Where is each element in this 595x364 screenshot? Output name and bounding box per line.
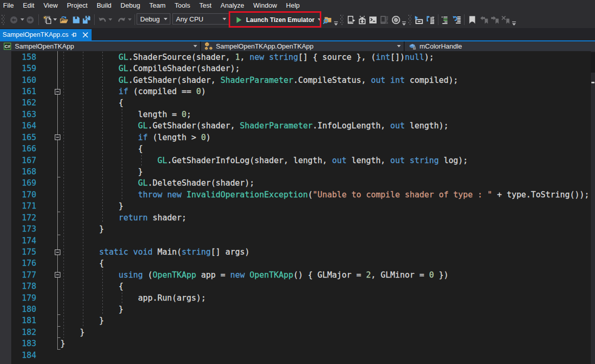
save-all-button[interactable] xyxy=(82,11,91,28)
line-number[interactable]: 183 xyxy=(0,338,36,349)
line-number[interactable]: 166 xyxy=(0,143,36,154)
line-number[interactable]: 171 xyxy=(0,200,36,212)
open-file-button[interactable] xyxy=(59,11,69,28)
device-properties-button[interactable] xyxy=(380,11,389,28)
line-number[interactable]: 159 xyxy=(0,63,36,74)
line-number[interactable]: 164 xyxy=(0,120,36,131)
line-number[interactable]: 160 xyxy=(0,75,36,86)
line-number[interactable]: 182 xyxy=(0,327,36,338)
terminal-button[interactable] xyxy=(368,11,378,28)
code-line-170[interactable]: 170 throw new InvalidOperationException(… xyxy=(0,189,591,200)
menu-team[interactable]: Team xyxy=(145,0,170,11)
solution-configuration-combo[interactable]: Debug xyxy=(137,13,170,25)
code-line-179[interactable]: 179 app.Run(args); xyxy=(0,292,591,304)
toolbar-grip[interactable] xyxy=(408,15,411,25)
menu-project[interactable]: Project xyxy=(62,0,92,11)
line-number[interactable]: 174 xyxy=(0,235,36,246)
code-editor[interactable]: 158 GL.ShaderSource(shader, 1, new strin… xyxy=(0,51,595,364)
toolbar-grip[interactable] xyxy=(340,15,343,25)
navigate-backward-button[interactable] xyxy=(10,11,18,28)
launch-tizen-emulator-button[interactable]: Launch Tizen Emulator xyxy=(235,11,322,28)
close-tab-button[interactable] xyxy=(79,31,92,39)
menu-edit[interactable]: Edit xyxy=(18,0,39,11)
next-bookmark-button[interactable] xyxy=(491,11,500,28)
menu-build[interactable]: Build xyxy=(92,0,116,11)
nav-type-dropdown[interactable]: SampelOpenTKApp.OpenTKApp xyxy=(201,41,404,52)
line-number[interactable]: 180 xyxy=(0,304,36,315)
redo-button[interactable] xyxy=(117,11,126,28)
line-number[interactable]: 172 xyxy=(0,212,36,223)
line-number[interactable]: 184 xyxy=(0,350,36,361)
code-line-158[interactable]: 158 GL.ShaderSource(shader, 1, new strin… xyxy=(0,52,591,63)
code-line-165[interactable]: 165 if (length > 0) xyxy=(0,132,591,143)
navigate-backward-dropdown[interactable] xyxy=(20,11,25,28)
code-line-163[interactable]: 163 length = 0; xyxy=(0,109,591,120)
menu-file[interactable]: File xyxy=(0,0,18,11)
new-file-button[interactable] xyxy=(43,11,52,28)
line-number[interactable]: 167 xyxy=(0,155,36,166)
code-line-159[interactable]: 159 GL.CompileShader(shader); xyxy=(0,63,591,74)
clear-bookmarks-button[interactable] xyxy=(501,11,511,28)
menu-tools[interactable]: Tools xyxy=(170,0,194,11)
menu-debug[interactable]: Debug xyxy=(116,0,145,11)
line-number[interactable]: 165 xyxy=(0,132,36,143)
undo-button[interactable] xyxy=(98,11,107,28)
code-line-181[interactable]: 181 } xyxy=(0,315,591,326)
menu-view[interactable]: View xyxy=(39,0,62,11)
combo-dropdown[interactable] xyxy=(162,14,170,24)
undo-dropdown[interactable] xyxy=(108,11,113,28)
code-line-178[interactable]: 178 { xyxy=(0,281,591,292)
line-number[interactable]: 176 xyxy=(0,258,36,269)
code-line-166[interactable]: 166 { xyxy=(0,143,591,154)
code-line-177[interactable]: 177 using (OpenTKApp app = new OpenTKApp… xyxy=(0,269,591,281)
save-button[interactable] xyxy=(72,11,80,28)
code-line-164[interactable]: 164 GL.GetShader(shader, ShaderParameter… xyxy=(0,120,591,131)
code-line-168[interactable]: 168 } xyxy=(0,166,591,177)
vertical-scrollbar[interactable] xyxy=(591,51,595,364)
line-number[interactable]: 181 xyxy=(0,315,36,326)
launch-on-device-button[interactable] xyxy=(347,11,356,28)
code-line-174[interactable]: 174 xyxy=(0,235,591,246)
solution-platform-combo[interactable]: Any CPU xyxy=(172,13,229,25)
line-number[interactable]: 163 xyxy=(0,109,36,120)
code-line-161[interactable]: 161 if (compiled == 0) xyxy=(0,86,591,97)
combo-dropdown[interactable] xyxy=(221,14,229,24)
line-number[interactable]: 175 xyxy=(0,246,36,258)
code-line-175[interactable]: 175 static void Main(string[] args) xyxy=(0,246,591,258)
pin-tab-button[interactable] xyxy=(69,31,79,39)
line-number[interactable]: 173 xyxy=(0,223,36,235)
line-number[interactable]: 178 xyxy=(0,281,36,292)
code-line-162[interactable]: 162 { xyxy=(0,97,591,108)
line-number[interactable]: 158 xyxy=(0,52,36,63)
android-device-button[interactable] xyxy=(358,11,367,28)
code-line-176[interactable]: 176 { xyxy=(0,258,591,269)
line-number[interactable]: 162 xyxy=(0,97,36,108)
code-line-184[interactable]: 184 xyxy=(0,350,591,361)
new-file-dropdown[interactable] xyxy=(53,11,57,28)
code-line-169[interactable]: 169 GL.DeleteShader(shader); xyxy=(0,177,591,189)
code-line-180[interactable]: 180 } xyxy=(0,304,591,315)
scrollbar-thumb[interactable] xyxy=(591,52,595,73)
code-line-182[interactable]: 182 } xyxy=(0,327,591,338)
emulator-manager-button[interactable] xyxy=(391,11,401,28)
line-number[interactable]: 177 xyxy=(0,269,36,281)
menu-test[interactable]: Test xyxy=(195,0,216,11)
code-line-167[interactable]: 167 GL.GetShaderInfoLog(shader, length, … xyxy=(0,155,591,166)
menu-window[interactable]: Window xyxy=(249,0,281,11)
menu-help[interactable]: Help xyxy=(281,0,304,11)
nav-member-dropdown[interactable]: mColorHandle xyxy=(405,41,595,52)
navigate-forward-button[interactable] xyxy=(26,11,34,28)
code-line-172[interactable]: 172 return shader; xyxy=(0,212,591,223)
sync-with-document-button[interactable] xyxy=(426,11,435,28)
line-number[interactable]: 168 xyxy=(0,166,36,177)
code-line-160[interactable]: 160 GL.GetShader(shader, ShaderParameter… xyxy=(0,75,591,86)
code-line-183[interactable]: 183} xyxy=(0,338,591,349)
document-tab[interactable]: SampelOpenTKApp.cs xyxy=(0,29,92,40)
line-number[interactable]: 179 xyxy=(0,292,36,304)
comment-lines-button[interactable] xyxy=(441,11,450,28)
navigate-to-button[interactable] xyxy=(414,11,423,28)
redo-dropdown[interactable] xyxy=(128,11,132,28)
menu-analyze[interactable]: Analyze xyxy=(216,0,249,11)
code-line-171[interactable]: 171 } xyxy=(0,200,591,212)
attach-to-process-button[interactable] xyxy=(323,11,332,28)
